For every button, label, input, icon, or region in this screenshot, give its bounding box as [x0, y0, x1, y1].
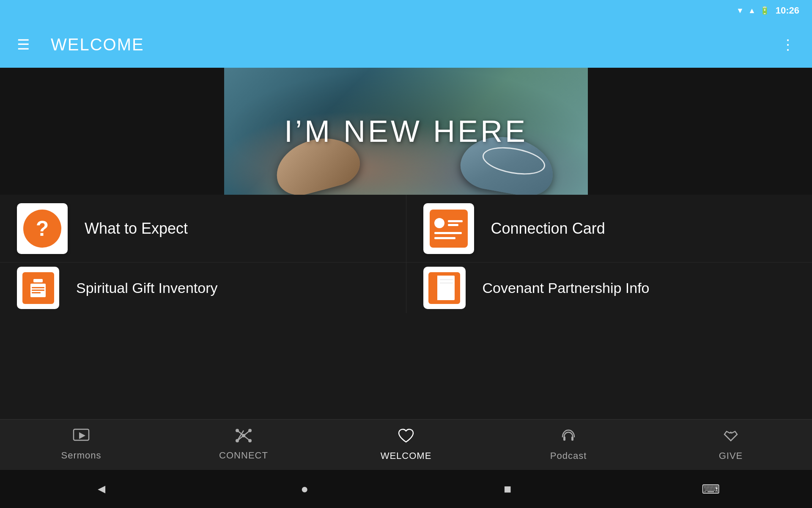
menu-icon[interactable]: ☰: [17, 36, 30, 53]
home-button[interactable]: ●: [292, 476, 317, 502]
hero-wrapper: I’M NEW HERE: [0, 68, 812, 195]
nav-item-connect[interactable]: CONNECT: [162, 428, 325, 461]
connect-nav-icon: [235, 428, 252, 447]
more-options-icon[interactable]: ⋮: [781, 36, 795, 53]
hero-image[interactable]: I’M NEW HERE: [224, 68, 588, 195]
give-nav-label: GIVE: [719, 450, 743, 461]
svg-point-5: [242, 434, 245, 437]
connection-card-label: Connection Card: [491, 220, 605, 237]
hero-right-dark: [588, 68, 812, 195]
status-bar: ▼ ▲ 🔋 10:26: [0, 0, 812, 21]
connection-card-cell[interactable]: Connection Card: [406, 195, 812, 262]
svg-point-9: [248, 439, 252, 442]
clipboard-icon: [22, 272, 54, 304]
back-button[interactable]: ◄: [89, 476, 114, 502]
what-to-expect-label: What to Expect: [85, 220, 188, 237]
svg-rect-10: [563, 436, 565, 441]
connection-card-inner-icon: [431, 215, 466, 243]
nav-item-sermons[interactable]: Sermons: [0, 428, 162, 461]
what-to-expect-icon-box: ?: [17, 203, 68, 254]
covenant-partnership-label: Covenant Partnership Info: [483, 280, 650, 296]
spiritual-gift-label: Spiritual Gift Inventory: [76, 280, 217, 296]
recent-apps-button[interactable]: ■: [495, 476, 520, 502]
book-icon: [428, 272, 460, 304]
status-time: 10:26: [776, 5, 799, 16]
bottom-nav: Sermons CONNECT WELCOME: [0, 419, 812, 470]
podcast-nav-icon: [560, 428, 577, 447]
hero-left-dark: [0, 68, 224, 195]
svg-rect-11: [571, 436, 573, 441]
question-icon: ?: [23, 210, 61, 248]
app-bar: ☰ WELCOME ⋮: [0, 21, 812, 68]
give-nav-icon: [722, 428, 739, 447]
spiritual-gift-cell[interactable]: Spiritual Gift Inventory: [0, 262, 406, 313]
sermons-nav-label: Sermons: [61, 450, 101, 461]
nav-item-welcome[interactable]: WELCOME: [325, 428, 487, 461]
wifi-icon: ▼: [736, 6, 744, 15]
covenant-partnership-cell[interactable]: Covenant Partnership Info: [406, 262, 812, 313]
connect-nav-label: CONNECT: [219, 450, 268, 461]
welcome-nav-label: WELCOME: [381, 450, 432, 461]
svg-point-6: [236, 429, 239, 432]
what-to-expect-cell[interactable]: ? What to Expect: [0, 195, 406, 262]
sermons-nav-icon: [73, 428, 90, 447]
menu-card-row-1: ? What to Expect Connec: [0, 195, 812, 262]
svg-marker-1: [79, 432, 85, 439]
connection-card-icon-box: [423, 203, 474, 254]
android-nav-bar: ◄ ● ■ ⌨: [0, 470, 812, 508]
spiritual-gift-icon-box: [17, 267, 59, 309]
status-icons: ▼ ▲ 🔋: [736, 6, 769, 15]
svg-point-8: [236, 439, 239, 442]
nav-item-podcast[interactable]: Podcast: [487, 428, 650, 461]
svg-point-7: [248, 429, 252, 432]
signal-icon: ▲: [748, 6, 756, 15]
app-title: WELCOME: [51, 35, 781, 54]
connection-card-icon: [430, 210, 468, 248]
nav-item-give[interactable]: GIVE: [650, 428, 812, 461]
welcome-nav-icon: [398, 428, 414, 447]
hero-text: I’M NEW HERE: [284, 114, 528, 149]
keyboard-icon[interactable]: ⌨: [698, 476, 723, 502]
covenant-partnership-icon-box: [423, 267, 466, 309]
battery-icon: 🔋: [760, 6, 769, 15]
podcast-nav-label: Podcast: [550, 450, 587, 461]
menu-card-row-2: Spiritual Gift Inventory Covenant Partne…: [0, 262, 812, 313]
